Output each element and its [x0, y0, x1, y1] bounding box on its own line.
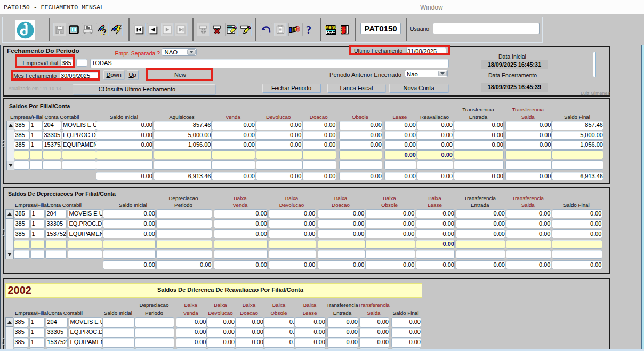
- svg-text:Menu: Menu: [325, 25, 336, 30]
- svg-text:?: ?: [102, 27, 107, 35]
- svg-text:?: ?: [305, 25, 311, 35]
